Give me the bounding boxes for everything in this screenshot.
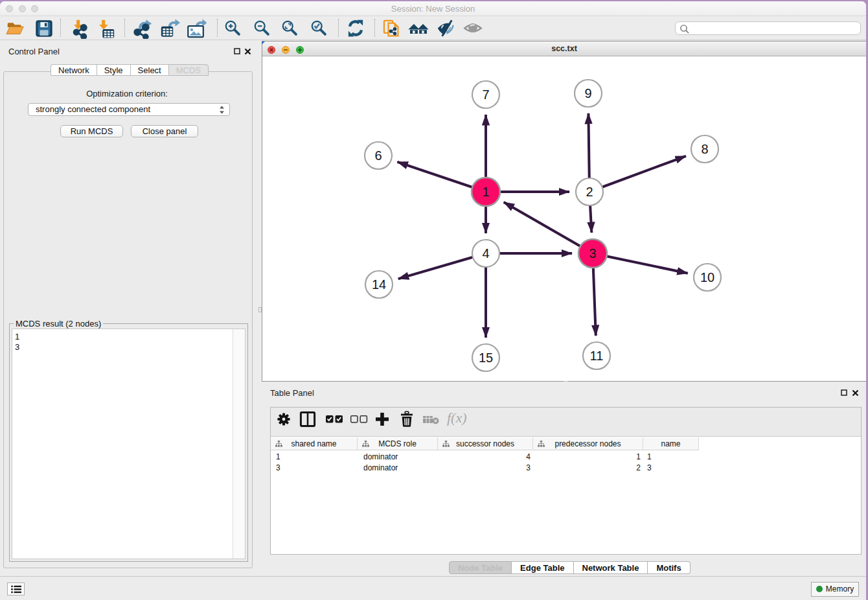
svg-text:9: 9 (584, 86, 591, 100)
svg-text:11: 11 (590, 349, 604, 363)
svg-text:4: 4 (482, 246, 489, 260)
svg-text:1: 1 (482, 185, 489, 199)
svg-text:14: 14 (372, 277, 386, 292)
svg-text:6: 6 (374, 148, 382, 163)
svg-text:3: 3 (589, 246, 596, 260)
svg-text:15: 15 (479, 351, 493, 365)
svg-text:2: 2 (586, 185, 593, 199)
svg-text:10: 10 (700, 270, 714, 284)
svg-text:7: 7 (482, 87, 489, 102)
svg-text:8: 8 (701, 142, 708, 156)
